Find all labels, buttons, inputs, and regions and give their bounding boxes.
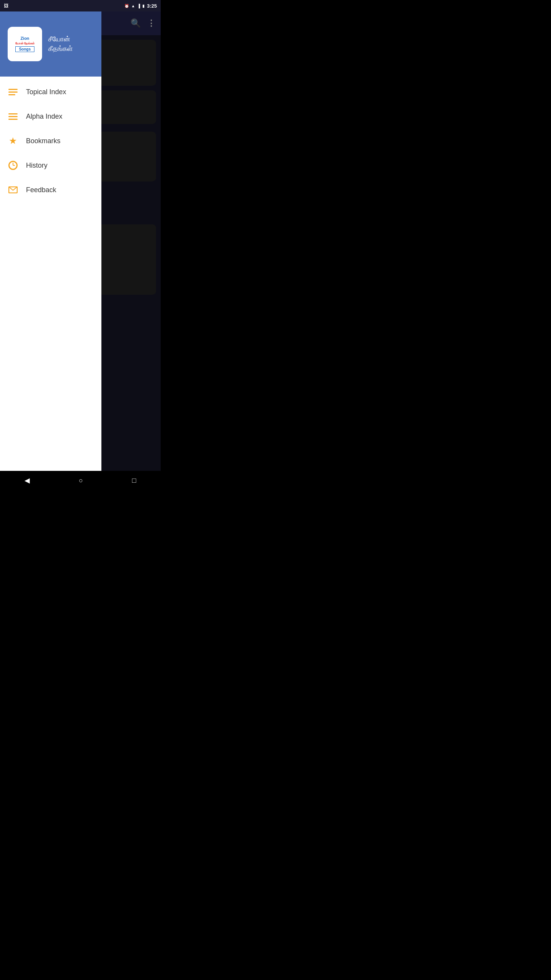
drawer-overlay: Zion யோன் தேங்கள் Songs சீயோன் கீதங்கள் bbox=[0, 11, 161, 490]
drawer-menu: Topical Index Alpha Index ★ Bookm bbox=[0, 77, 101, 490]
drawer-title-line1: சீயோன் bbox=[48, 34, 73, 44]
bookmarks-icon: ★ bbox=[8, 136, 18, 146]
image-icon: 🖼 bbox=[4, 3, 8, 8]
menu-item-topical-index[interactable]: Topical Index bbox=[0, 80, 101, 104]
bookmarks-label: Bookmarks bbox=[26, 137, 60, 145]
app-logo: Zion யோன் தேங்கள் Songs bbox=[8, 27, 42, 61]
history-icon bbox=[8, 160, 18, 171]
recents-button[interactable]: □ bbox=[132, 477, 136, 485]
menu-item-history[interactable]: History bbox=[0, 153, 101, 178]
alpha-index-icon bbox=[8, 111, 18, 122]
topical-index-icon bbox=[8, 87, 18, 97]
topical-index-label: Topical Index bbox=[26, 88, 66, 96]
status-bar-right: ⏰ ▲ ▐ ▮ 3:25 bbox=[124, 3, 157, 9]
feedback-label: Feedback bbox=[26, 186, 56, 194]
drawer-title: சீயோன் கீதங்கள் bbox=[48, 34, 73, 54]
battery-icon: ▮ bbox=[142, 4, 145, 8]
menu-item-alpha-index[interactable]: Alpha Index bbox=[0, 104, 101, 129]
back-button[interactable]: ◀ bbox=[24, 476, 30, 485]
wifi-icon: ▲ bbox=[131, 4, 135, 8]
android-nav-bar: ◀ ○ □ bbox=[0, 471, 161, 490]
home-button[interactable]: ○ bbox=[79, 477, 83, 485]
status-bar-left: 🖼 bbox=[4, 3, 8, 8]
alpha-index-label: Alpha Index bbox=[26, 113, 62, 121]
logo-tagline: யோன் தேங்கள் bbox=[15, 42, 34, 46]
feedback-icon bbox=[8, 185, 18, 195]
menu-item-bookmarks[interactable]: ★ Bookmarks bbox=[0, 129, 101, 153]
logo-zion-text: Zion bbox=[15, 36, 34, 41]
signal-icon: ▐ bbox=[137, 4, 140, 8]
drawer-header: Zion யோன் தேங்கள் Songs சீயோன் கீதங்கள் bbox=[0, 11, 101, 77]
logo-songs-text: Songs bbox=[15, 46, 34, 52]
menu-item-feedback[interactable]: Feedback bbox=[0, 178, 101, 202]
history-label: History bbox=[26, 162, 47, 170]
time-display: 3:25 bbox=[147, 3, 157, 9]
status-bar: 🖼 ⏰ ▲ ▐ ▮ 3:25 bbox=[0, 0, 161, 11]
alarm-icon: ⏰ bbox=[124, 4, 129, 8]
right-overlay[interactable] bbox=[101, 11, 161, 490]
navigation-drawer: Zion யோன் தேங்கள் Songs சீயோன் கீதங்கள் bbox=[0, 11, 101, 490]
drawer-title-line2: கீதங்கள் bbox=[48, 44, 73, 54]
